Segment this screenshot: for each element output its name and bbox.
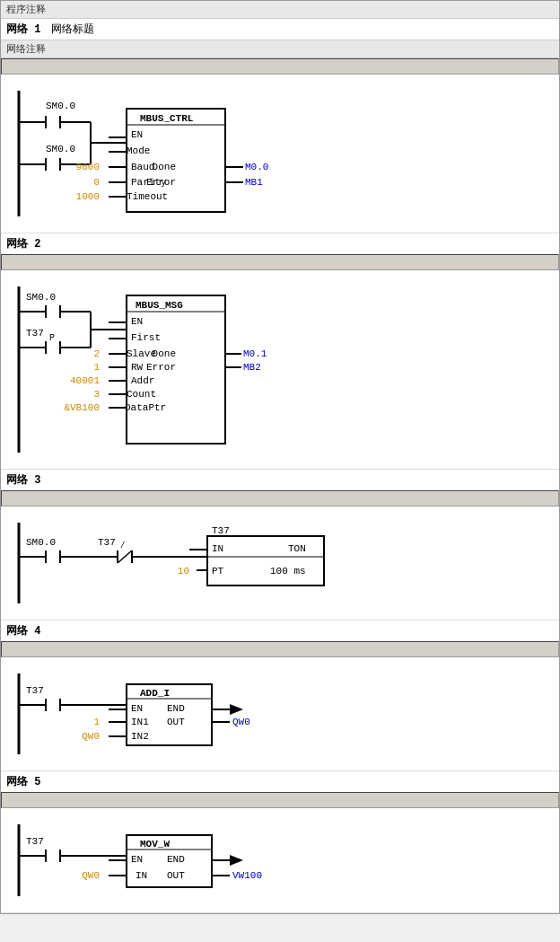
network-5-header: 网络 5 [1,771,559,792]
n1-parity-value: 0 [93,177,100,188]
network-5-separator [1,792,559,808]
n1-en-label: EN [131,129,143,140]
n1-block-title: MBUS_CTRL [140,113,194,124]
n4-en-label: EN [131,703,143,714]
n5-in-label: IN [136,870,147,881]
network-5-ladder: T37 MOV_W EN END QW0 IN OUT [1,808,559,912]
n4-contact1-label: T37 [26,685,44,696]
program-comment: 程序注释 [1,1,559,19]
network-1: 网络 1 网络标题 网络注释 SM0.0 SM0.0 [1,19,559,233]
network-3-svg: SM0.0 T37 / IN TON [10,514,557,612]
n2-contact2-label: T37 [26,328,44,339]
n2-count-label: Count [127,389,156,400]
n5-block-title: MOV_W [140,839,170,850]
n2-addr-value: 40001 [70,375,100,386]
n2-rw-value: 1 [93,362,100,373]
n1-mode-label: Mode [127,145,150,156]
network-3: 网络 3 SM0.0 T37 / [1,470,559,621]
n2-en-label: EN [131,316,143,327]
n5-end-label: END [167,854,185,865]
n5-contact1-label: T37 [26,836,44,847]
n4-out-label: OUT [167,717,185,727]
n3-time-unit: 100 ms [270,566,306,577]
program-comment-text: 程序注释 [6,4,46,15]
n4-end-label: END [167,703,185,714]
n1-contact2-label: SM0.0 [46,144,75,154]
n3-pt-value: 10 [178,566,189,577]
n2-p-label: P [49,333,55,343]
n1-timeout-label: Timeout [127,191,168,202]
n3-contact2-label: T37 [98,537,116,548]
n4-in1-value: 1 [93,717,100,727]
n2-dataptr-label: DataPtr [125,402,166,413]
n2-slave-value: 2 [93,348,100,359]
network-1-header: 网络 1 网络标题 [1,19,559,40]
network-1-comment: 网络注释 [1,40,559,58]
n4-in1-label: IN1 [131,717,149,727]
n1-done-label: Done [153,162,176,172]
n3-timer-name: T37 [212,525,230,536]
n5-out-label: OUT [167,870,185,881]
n5-out-conn: VW100 [232,870,262,881]
network-3-separator [1,490,559,506]
n5-in-value: QW0 [82,870,100,881]
n4-in2-label: IN2 [131,731,149,742]
svg-rect-55 [207,536,324,585]
n4-out-conn: QW0 [232,717,250,727]
n5-en-label: EN [131,854,143,865]
n2-error-conn: MB2 [243,362,261,373]
network-2-header: 网络 2 [1,233,559,254]
n3-in-label: IN [212,543,223,554]
network-4-ladder: T37 ADD_I EN END 1 IN1 OUT [1,657,559,770]
n2-done-conn: M0.1 [243,348,267,359]
n1-baud-value: 9600 [76,162,100,172]
network-1-separator [1,58,559,75]
n1-contact1-label: SM0.0 [46,101,75,111]
n2-rw-label: RW [131,362,144,373]
network-2: 网络 2 SM0.0 T37 P [1,233,559,470]
network-4-label: 网络 4 [6,623,40,638]
n2-first-label: First [131,332,161,343]
n2-block-title: MBUS_MSG [136,300,183,311]
network-1-comment-text: 网络注释 [6,44,46,55]
network-5: 网络 5 T37 MOV_W EN END [1,771,559,913]
network-1-ladder: SM0.0 SM0.0 MBUS_CTRL [1,75,559,233]
network-4-header: 网络 4 [1,621,559,641]
n2-count-value: 3 [93,389,100,400]
n2-error-label: Error [146,362,176,373]
n2-done-label: Done [153,348,176,359]
n1-baud-label: Baud [131,162,154,172]
network-2-label: 网络 2 [6,236,40,251]
n4-in2-value: QW0 [82,731,100,742]
network-1-svg: SM0.0 SM0.0 MBUS_CTRL [10,82,557,225]
network-4-svg: T37 ADD_I EN END 1 IN1 OUT [10,665,557,763]
page-container: 程序注释 网络 1 网络标题 网络注释 SM0.0 [0,0,560,914]
network-4: 网络 4 T37 ADD_I EN END [1,621,559,771]
network-2-separator [1,254,559,270]
network-4-separator [1,641,559,657]
network-3-header: 网络 3 [1,470,559,490]
network-5-svg: T37 MOV_W EN END QW0 IN OUT [10,815,557,905]
network-5-label: 网络 5 [6,774,40,789]
n3-ton-label: TON [288,543,306,554]
n5-end-coil [230,855,243,866]
svg-line-52 [118,550,132,563]
network-2-svg: SM0.0 T37 P MBUS_MSG [10,277,557,462]
n3-not-label: / [120,541,125,550]
network-1-label: 网络 1 [6,22,40,37]
network-3-label: 网络 3 [6,472,40,488]
n1-error-label: Error [146,177,176,188]
n1-timeout-value: 1000 [76,191,100,202]
n1-error-conn: MB1 [245,177,263,188]
n1-done-conn: M0.0 [245,162,268,172]
n2-dataptr-value: &VB100 [64,402,100,413]
n3-contact1-label: SM0.0 [26,537,56,548]
network-3-ladder: SM0.0 T37 / IN TON [1,506,559,620]
n2-contact1-label: SM0.0 [26,292,56,303]
n3-pt-label: PT [212,566,224,577]
n4-block-title: ADD_I [140,688,170,699]
network-1-title: 网络标题 [51,22,94,37]
n2-addr-label: Addr [131,375,154,386]
n4-end-coil [230,704,243,715]
network-2-ladder: SM0.0 T37 P MBUS_MSG [1,270,559,469]
